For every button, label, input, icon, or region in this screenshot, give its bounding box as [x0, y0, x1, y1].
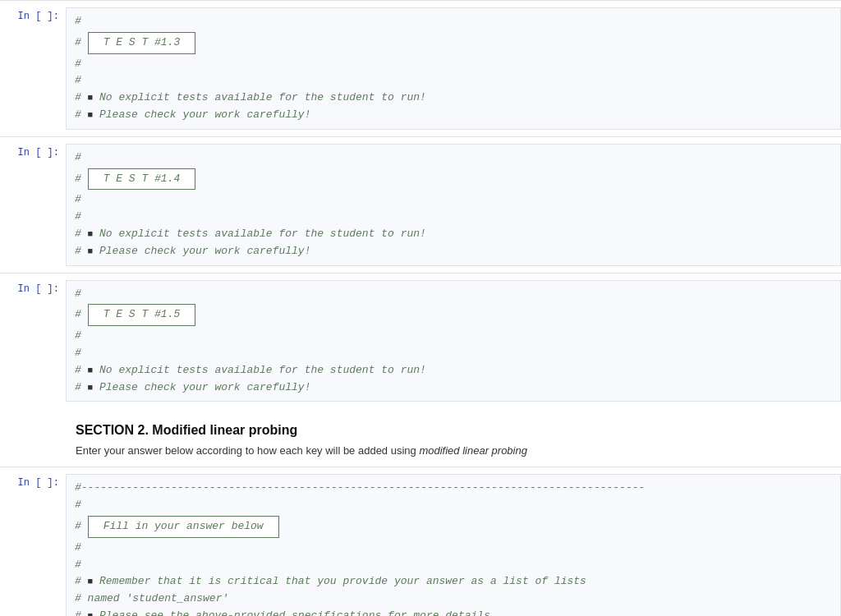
cell-label-1-5: In [ ]:	[0, 280, 66, 402]
instruction-1b: # named 'student_answer'	[75, 591, 832, 608]
no-test-line-1-3: # ■ No explicit tests available for the …	[75, 90, 832, 107]
test-box-line-1-5: # T E S T #1.5	[75, 302, 832, 328]
check-work-line-1-3: # ■ Please check your work carefully!	[75, 107, 832, 124]
hash-line: #	[75, 72, 832, 90]
section-2-description: Enter your answer below according to how…	[0, 441, 841, 467]
notebook: In [ ]: # # T E S T #1.3 # # # ■ No expl…	[0, 0, 841, 616]
test-box-1-5: T E S T #1.5	[88, 304, 196, 326]
test-box-1-4: T E S T #1.4	[88, 168, 196, 191]
answer-cell: In [ ]: #-------------------------------…	[0, 467, 841, 616]
cell-label-1-3: In [ ]:	[0, 7, 66, 130]
hash-line: #	[75, 557, 832, 574]
check-work-line-1-4: # ■ Please check your work carefully!	[75, 243, 832, 260]
hash-line: #	[75, 497, 832, 514]
hash-line: #	[75, 540, 832, 557]
cell-test-1-3: In [ ]: # # T E S T #1.3 # # # ■ No expl…	[0, 0, 841, 136]
hash-line: #	[75, 345, 832, 362]
fill-box-line: # Fill in your answer below	[75, 514, 832, 540]
no-test-line-1-5: # ■ No explicit tests available for the …	[75, 362, 832, 379]
cell-body-1-3[interactable]: # # T E S T #1.3 # # # ■ No explicit tes…	[66, 7, 841, 130]
hash-line: #	[75, 191, 832, 209]
hash-line: #	[75, 328, 832, 345]
check-work-line-1-5: # ■ Please check your work carefully!	[75, 379, 832, 397]
test-box-1-3: T E S T #1.3	[88, 32, 196, 54]
cell-test-1-4: In [ ]: # # T E S T #1.4 # # # ■ No expl…	[0, 136, 841, 273]
instruction-1: # ■ Remember that it is critical that yo…	[75, 573, 832, 591]
top-dashed-line: #---------------------------------------…	[75, 480, 832, 497]
hash-line: #	[75, 149, 832, 167]
cell-test-1-5: In [ ]: # # T E S T #1.5 # # # ■ No expl…	[0, 273, 841, 409]
hash-line: #	[75, 209, 832, 226]
cell-label-1-4: In [ ]:	[0, 144, 66, 266]
no-test-line-1-4: # ■ No explicit tests available for the …	[75, 226, 832, 243]
answer-cell-body[interactable]: #---------------------------------------…	[66, 474, 841, 616]
cell-body-1-5[interactable]: # # T E S T #1.5 # # # ■ No explicit tes…	[66, 280, 841, 402]
hash-line: #	[75, 13, 832, 30]
instruction-2: # ■ Please see the above-provided specif…	[75, 608, 832, 616]
test-box-line-1-4: # T E S T #1.4	[75, 167, 832, 192]
section-2-title: SECTION 2. Modified linear probing	[76, 423, 841, 438]
hash-line: #	[75, 56, 832, 73]
fill-answer-box: Fill in your answer below	[88, 516, 279, 538]
section-2-header: SECTION 2. Modified linear probing	[0, 408, 841, 441]
hash-line: #	[75, 286, 832, 303]
answer-cell-label: In [ ]:	[0, 474, 66, 616]
test-box-line-1-3: # T E S T #1.3	[75, 30, 832, 56]
cell-body-1-4[interactable]: # # T E S T #1.4 # # # ■ No explicit tes…	[66, 144, 841, 266]
